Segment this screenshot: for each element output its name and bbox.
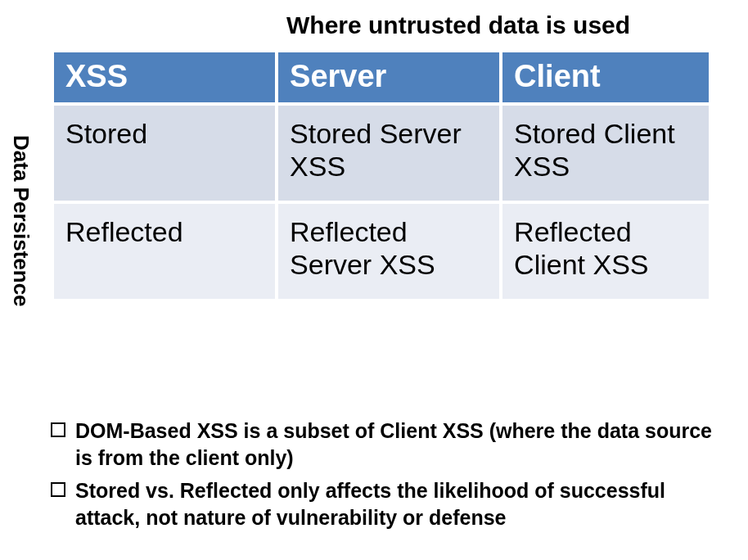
empty-checkbox-icon <box>51 482 65 497</box>
list-item: DOM-Based XSS is a subset of Client XSS … <box>51 418 723 471</box>
xss-matrix: XSS Server Client Stored Stored Server X… <box>51 49 712 302</box>
cell-reflected-client: Reflected Client XSS <box>502 204 709 299</box>
col-header-xss: XSS <box>54 52 275 102</box>
empty-checkbox-icon <box>51 422 65 437</box>
list-item: Stored vs. Reflected only affects the li… <box>51 477 723 531</box>
bullet-text: Stored vs. Reflected only affects the li… <box>75 477 723 531</box>
table-row: Reflected Reflected Server XSS Reflected… <box>54 204 709 299</box>
col-header-client: Client <box>502 52 709 102</box>
side-axis-label: Data Persistence <box>8 135 34 307</box>
cell-stored-label: Stored <box>54 106 275 201</box>
col-header-server: Server <box>278 52 499 102</box>
cell-stored-client: Stored Client XSS <box>502 106 709 201</box>
top-axis-label: Where untrusted data is used <box>286 11 630 39</box>
bullet-list: DOM-Based XSS is a subset of Client XSS … <box>51 418 723 537</box>
table-row: Stored Stored Server XSS Stored Client X… <box>54 106 709 201</box>
cell-reflected-server: Reflected Server XSS <box>278 204 499 299</box>
bullet-text: DOM-Based XSS is a subset of Client XSS … <box>75 418 723 471</box>
cell-stored-server: Stored Server XSS <box>278 106 499 201</box>
xss-table: XSS Server Client Stored Stored Server X… <box>51 49 712 302</box>
table-header-row: XSS Server Client <box>54 52 709 102</box>
cell-reflected-label: Reflected <box>54 204 275 299</box>
